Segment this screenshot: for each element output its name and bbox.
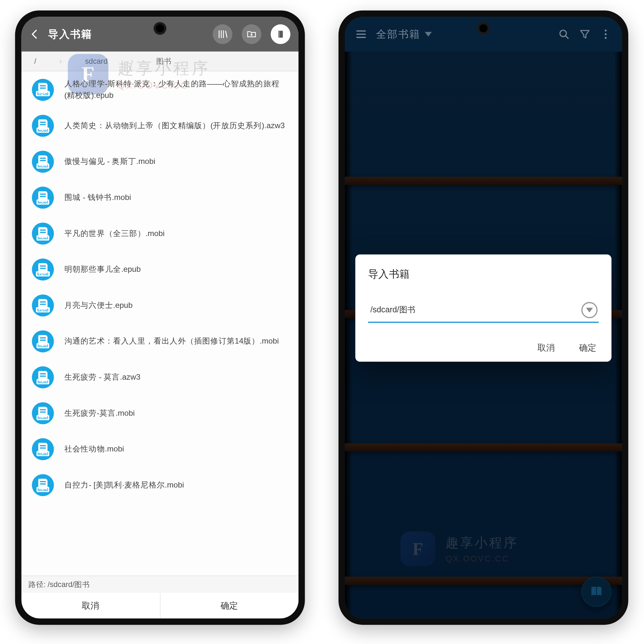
cancel-button[interactable]: 取消 bbox=[22, 593, 160, 618]
file-name: 人类简史：从动物到上帝（图文精编版）(开放历史系列).azw3 bbox=[64, 120, 285, 131]
import-dialog: 导入书籍 /sdcard/图书 取消 确定 bbox=[355, 254, 611, 362]
file-type-icon: MOBI bbox=[32, 402, 54, 424]
book-icon bbox=[276, 29, 285, 39]
file-row[interactable]: EPUB明朝那些事儿全.epub bbox=[22, 251, 298, 288]
file-name: 生死疲劳-莫言.mobi bbox=[64, 408, 135, 419]
file-row[interactable]: MOBI人类简史：从动物到上帝（图文精编版）(开放历史系列).azw3 bbox=[22, 108, 298, 144]
file-row[interactable]: MOBI自控力- [美]凯利·麦格尼格尔.mobi bbox=[22, 467, 298, 503]
confirm-button[interactable]: 确定 bbox=[160, 593, 298, 618]
file-name: 平凡的世界（全三部）.mobi bbox=[64, 228, 165, 239]
breadcrumb-item[interactable]: 图书 bbox=[156, 56, 171, 66]
screen-left: 导入书籍 bbox=[22, 17, 298, 618]
file-name: 人格心理学-斯科特·派克：少有人走的路——心智成熟的旅程 (精校版).epub bbox=[64, 78, 290, 101]
file-name: 社会性动物.mobi bbox=[64, 444, 124, 455]
confirm-label: 确定 bbox=[221, 600, 238, 611]
file-type-icon: EPUB bbox=[32, 259, 54, 280]
caret-down-icon bbox=[586, 308, 593, 312]
library-shelf-button[interactable] bbox=[213, 24, 232, 44]
device-frame-right: 全部书籍 bbox=[338, 10, 628, 625]
file-list[interactable]: EPUB人格心理学-斯科特·派克：少有人走的路——心智成熟的旅程 (精校版).e… bbox=[22, 71, 298, 575]
chevron-right-icon: › bbox=[131, 57, 133, 65]
path-value: /sdcard/图书 bbox=[370, 305, 573, 315]
file-row[interactable]: EPUB月亮与六便士.epub bbox=[22, 288, 298, 324]
breadcrumb-item[interactable]: sdcard bbox=[85, 57, 108, 65]
file-row[interactable]: MOBI傲慢与偏见 - 奥斯丁.mobi bbox=[22, 144, 298, 180]
dialog-title: 导入书籍 bbox=[368, 267, 599, 281]
file-row[interactable]: MOBI沟通的艺术：看入人里，看出人外（插图修订第14版）.mobi bbox=[22, 324, 298, 360]
folder-import-button[interactable] bbox=[242, 24, 261, 44]
cancel-label: 取消 bbox=[82, 600, 99, 611]
file-row[interactable]: EPUB人格心理学-斯科特·派克：少有人走的路——心智成熟的旅程 (精校版).e… bbox=[22, 71, 298, 108]
chevron-right-icon: › bbox=[60, 57, 62, 65]
file-type-icon: MOBI bbox=[32, 438, 54, 460]
file-name: 自控力- [美]凯利·麦格尼格尔.mobi bbox=[64, 479, 184, 491]
file-type-icon: EPUB bbox=[32, 295, 54, 317]
device-frame-left: 导入书籍 bbox=[15, 10, 305, 625]
folder-download-icon bbox=[246, 29, 257, 39]
appbar: 导入书籍 bbox=[22, 17, 298, 52]
dialog-confirm-button[interactable]: 确定 bbox=[579, 343, 596, 354]
book-view-button[interactable] bbox=[271, 24, 290, 44]
file-name: 围城 - 钱钟书.mobi bbox=[64, 192, 131, 203]
file-type-icon: MOBI bbox=[32, 187, 54, 209]
path-dropdown-button[interactable] bbox=[581, 302, 597, 318]
file-type-icon: MOBI bbox=[32, 223, 54, 244]
svg-rect-1 bbox=[278, 31, 280, 38]
file-row[interactable]: MOBI社会性动物.mobi bbox=[22, 431, 298, 467]
file-type-icon: MOBI bbox=[32, 151, 54, 173]
file-name: 傲慢与偏见 - 奥斯丁.mobi bbox=[64, 156, 156, 167]
file-name: 生死疲劳 - 莫言.azw3 bbox=[64, 372, 140, 383]
breadcrumb-item[interactable]: / bbox=[34, 57, 36, 65]
current-path-bar: 路径: /sdcard/图书 bbox=[22, 575, 298, 593]
bottom-button-bar: 取消 确定 bbox=[22, 593, 298, 618]
file-type-icon: EPUB bbox=[32, 79, 54, 100]
path-input-field[interactable]: /sdcard/图书 bbox=[368, 300, 599, 323]
dialog-actions: 取消 确定 bbox=[368, 343, 599, 354]
dialog-cancel-button[interactable]: 取消 bbox=[537, 343, 555, 354]
file-row[interactable]: MOBI生死疲劳-莫言.mobi bbox=[22, 395, 298, 431]
file-row[interactable]: MOBI生死疲劳 - 莫言.azw3 bbox=[22, 359, 298, 395]
back-button[interactable] bbox=[25, 24, 44, 44]
file-type-icon: MOBI bbox=[32, 366, 54, 388]
file-type-icon: MOBI bbox=[32, 115, 54, 137]
page-title: 导入书籍 bbox=[48, 27, 213, 41]
file-type-icon: MOBI bbox=[32, 330, 54, 352]
file-name: 沟通的艺术：看入人里，看出人外（插图修订第14版）.mobi bbox=[64, 336, 279, 347]
file-name: 明朝那些事儿全.epub bbox=[64, 264, 141, 275]
file-row[interactable]: MOBI围城 - 钱钟书.mobi bbox=[22, 180, 298, 216]
file-row[interactable]: MOBI平凡的世界（全三部）.mobi bbox=[22, 216, 298, 252]
file-name: 月亮与六便士.epub bbox=[64, 300, 133, 311]
chevron-left-icon bbox=[29, 28, 41, 40]
current-path-text: 路径: /sdcard/图书 bbox=[28, 579, 90, 590]
screen-right: 全部书籍 bbox=[345, 17, 622, 618]
book-stack-icon bbox=[217, 29, 228, 39]
breadcrumb: / › sdcard › 图书 bbox=[22, 52, 298, 71]
file-type-icon: MOBI bbox=[32, 474, 54, 496]
